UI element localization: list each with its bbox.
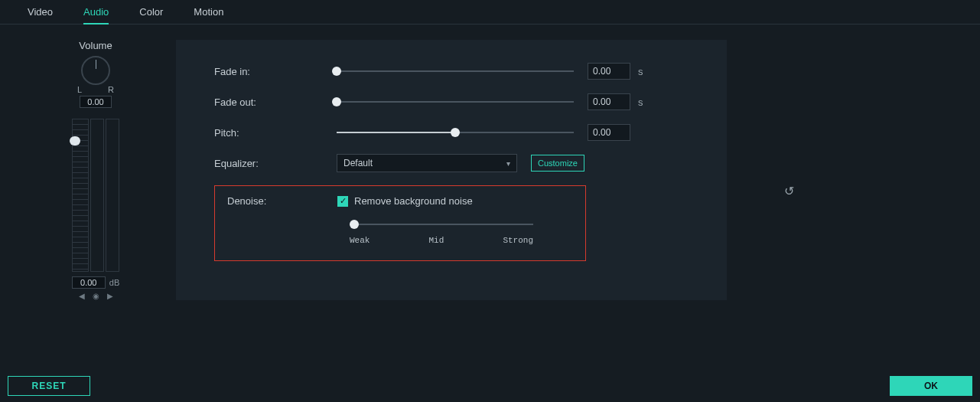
denoise-label: Denoise:: [227, 195, 337, 207]
equalizer-customize-button[interactable]: Customize: [531, 155, 584, 172]
volume-label: Volume: [79, 40, 112, 51]
denoise-strong-label: Strong: [503, 236, 533, 245]
fade-out-input[interactable]: 0.00: [588, 93, 630, 110]
db-value[interactable]: 0.00: [72, 276, 106, 289]
reset-button[interactable]: RESET: [8, 376, 90, 396]
equalizer-selected: Default: [343, 158, 373, 168]
pan-value[interactable]: 0.00: [80, 96, 112, 108]
reset-icon[interactable]: ↺: [782, 184, 796, 198]
denoise-section: Denoise: ✓ Remove background noise Weak …: [214, 185, 586, 261]
pitch-label: Pitch:: [214, 127, 337, 139]
fade-in-input[interactable]: 0.00: [588, 63, 630, 80]
transport-next-icon[interactable]: ▶: [107, 292, 113, 300]
fade-out-thumb[interactable]: [332, 97, 341, 106]
tab-color[interactable]: Color: [139, 6, 163, 24]
volume-scale-handle[interactable]: [70, 136, 80, 145]
db-unit: dB: [109, 278, 119, 287]
fade-in-slider[interactable]: [337, 70, 574, 72]
pan-left-mark: L: [77, 85, 82, 94]
fade-out-unit: s: [638, 96, 643, 108]
volume-scale[interactable]: [72, 119, 89, 272]
denoise-checkbox[interactable]: ✓: [337, 196, 348, 207]
tab-bar: Video Audio Color Motion: [0, 0, 980, 25]
volume-panel: Volume L R 0.00 0.00 dB ◀ ◉ ▶: [46, 40, 145, 300]
tab-video[interactable]: Video: [28, 6, 53, 24]
transport-prev-icon[interactable]: ◀: [79, 292, 85, 300]
equalizer-label: Equalizer:: [214, 158, 337, 169]
tab-motion[interactable]: Motion: [194, 6, 223, 24]
pan-knob[interactable]: [81, 56, 110, 85]
denoise-mid-label: Mid: [428, 236, 444, 245]
denoise-checkbox-label[interactable]: Remove background noise: [354, 195, 473, 207]
audio-settings-panel: Fade in: 0.00 s Fade out: 0.00 s Pitch:: [176, 40, 727, 300]
pan-right-mark: R: [108, 85, 114, 94]
fade-in-thumb[interactable]: [332, 67, 341, 76]
level-meter-right: [106, 119, 119, 272]
level-meter-left: [90, 119, 104, 272]
fade-in-label: Fade in:: [214, 66, 337, 77]
denoise-strength-thumb[interactable]: [350, 220, 359, 229]
transport-stop-icon[interactable]: ◉: [93, 292, 99, 300]
tab-audio[interactable]: Audio: [83, 6, 109, 25]
pitch-thumb[interactable]: [451, 128, 460, 137]
denoise-strength-slider[interactable]: [350, 224, 533, 225]
fade-in-unit: s: [638, 66, 643, 77]
ok-button[interactable]: OK: [890, 376, 972, 396]
fade-out-slider[interactable]: [337, 101, 574, 103]
pitch-input[interactable]: 0.00: [588, 124, 630, 141]
pitch-slider[interactable]: [337, 132, 574, 133]
equalizer-select[interactable]: Default ▾: [337, 154, 517, 172]
fade-out-label: Fade out:: [214, 96, 337, 108]
denoise-weak-label: Weak: [350, 236, 370, 245]
chevron-down-icon: ▾: [506, 159, 510, 168]
